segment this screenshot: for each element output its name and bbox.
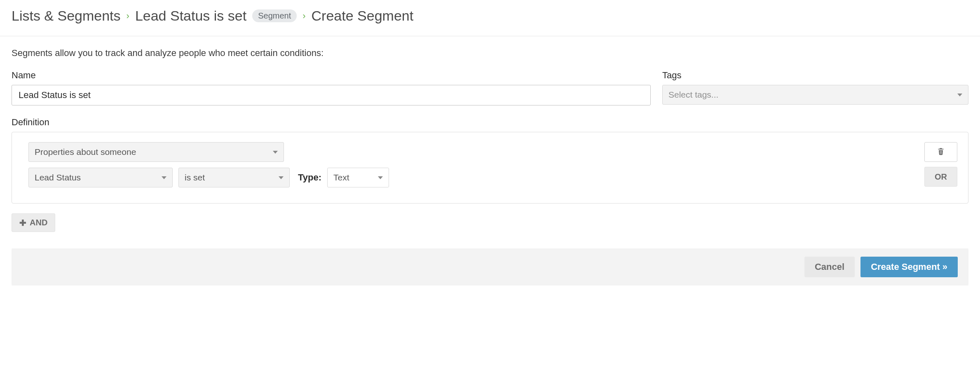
footer-bar: Cancel Create Segment »	[12, 248, 968, 285]
breadcrumb: Lists & Segments › Lead Status is set Se…	[0, 8, 980, 36]
breadcrumb-root[interactable]: Lists & Segments	[12, 8, 121, 23]
chevron-right-icon: ›	[127, 12, 129, 21]
segment-badge: Segment	[252, 9, 297, 22]
intro-text: Segments allow you to track and analyze …	[12, 48, 968, 58]
name-input[interactable]	[12, 85, 651, 105]
type-select[interactable]: Text	[327, 168, 389, 187]
tags-select[interactable]: Select tags...	[662, 85, 968, 105]
plus-icon: ✚	[19, 219, 26, 227]
chevron-down-icon	[279, 176, 284, 179]
create-segment-button[interactable]: Create Segment »	[860, 257, 958, 277]
or-label: OR	[935, 172, 947, 182]
or-button[interactable]: OR	[924, 167, 957, 187]
chevron-down-icon	[273, 151, 278, 154]
chevron-down-icon	[162, 176, 166, 179]
operator-value: is set	[185, 173, 205, 182]
cancel-button[interactable]: Cancel	[804, 257, 855, 277]
property-select[interactable]: Lead Status	[28, 168, 173, 187]
operator-select[interactable]: is set	[178, 168, 290, 187]
property-value: Lead Status	[35, 173, 81, 182]
breadcrumb-current: Create Segment	[312, 8, 414, 23]
trash-icon	[937, 147, 945, 158]
breadcrumb-parent[interactable]: Lead Status is set	[135, 8, 246, 23]
type-value: Text	[333, 173, 349, 182]
name-label: Name	[12, 70, 651, 81]
type-label: Type:	[298, 172, 321, 183]
chevron-down-icon	[378, 176, 383, 179]
condition-type-select[interactable]: Properties about someone	[28, 142, 284, 162]
definition-label: Definition	[12, 117, 968, 128]
delete-condition-button[interactable]	[924, 142, 957, 162]
and-button[interactable]: ✚ AND	[12, 213, 55, 232]
and-label: AND	[30, 218, 47, 227]
chevron-right-icon: ›	[302, 12, 305, 21]
chevron-down-icon	[957, 94, 962, 96]
definition-card: Properties about someone Lead Status is …	[12, 132, 968, 204]
tags-label: Tags	[662, 70, 968, 81]
condition-type-value: Properties about someone	[35, 147, 136, 157]
tags-placeholder: Select tags...	[668, 90, 718, 100]
